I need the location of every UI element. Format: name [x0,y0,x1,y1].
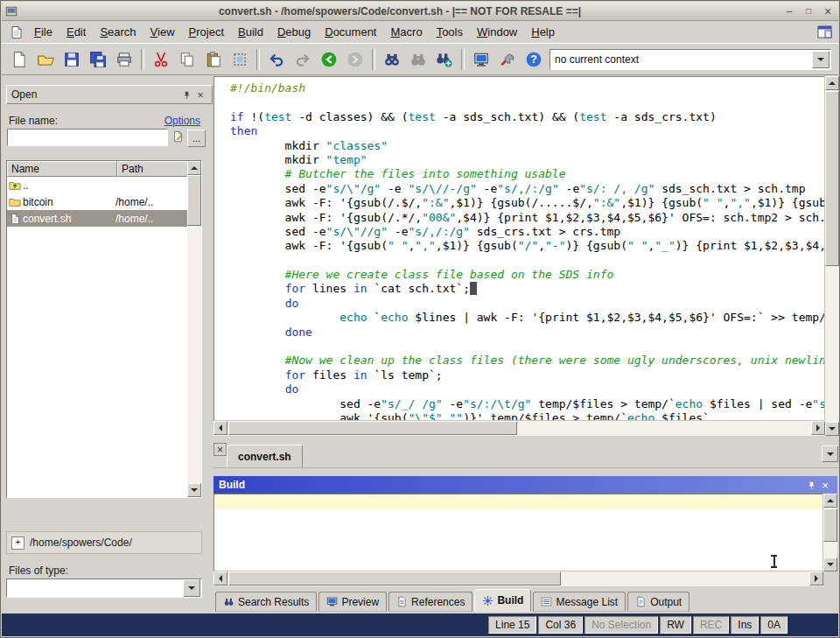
menu-macro[interactable]: Macro [384,24,430,40]
find-next-button [405,46,431,72]
file-row-..[interactable]: .. [7,177,187,193]
configuration-button[interactable] [494,46,521,72]
menu-view[interactable]: View [144,24,182,40]
scroll-down-icon[interactable] [187,483,201,497]
file-name-input[interactable] [7,129,168,146]
undo-button[interactable] [263,46,290,72]
files-of-type-dropdown-icon[interactable] [183,579,200,597]
editor-vertical-scrollbar[interactable] [825,76,839,436]
tab-preview[interactable]: Preview [318,592,387,612]
remote-tools-button[interactable] [468,46,494,72]
column-header-path[interactable]: Path [117,161,188,177]
maximize-icon[interactable] [802,4,816,18]
copy-icon [178,51,196,68]
document-tab-row: convert.sh [214,438,839,470]
new-file-button[interactable] [6,46,32,72]
toolbar-separator [461,49,465,70]
scroll-left-icon[interactable] [214,571,228,585]
scroll-up-icon[interactable] [825,76,839,90]
scroll-left-icon[interactable] [214,421,228,435]
menu-build[interactable]: Build [231,24,270,40]
open-tool-window: Open File name: Options ... Name Path ..… [3,78,211,615]
file-row-convert.sh[interactable]: convert.sh/home/.. [7,210,187,227]
build-panel-header[interactable]: Build [214,476,837,494]
find-references-button[interactable] [431,46,458,72]
scroll-up-icon[interactable] [823,494,837,508]
window-title: convert.sh - /home/spowers/Code/convert.… [18,5,782,18]
column-header-name[interactable]: Name [7,161,117,177]
scrollbar-thumb[interactable] [825,91,839,266]
menu-project[interactable]: Project [182,24,231,40]
help-icon: ? [525,51,542,68]
files-of-type-combobox[interactable] [6,578,202,598]
scroll-right-icon[interactable] [809,571,823,585]
build-vertical-scrollbar[interactable] [823,494,837,571]
panel-close-icon[interactable] [193,88,207,102]
help-button[interactable]: ? [521,46,547,72]
tab-list-dropdown-icon[interactable] [822,445,838,462]
file-list-scrollbar[interactable] [187,161,201,497]
pin-icon[interactable] [179,88,193,102]
close-icon[interactable] [821,4,835,18]
scrollbar-thumb[interactable] [187,175,201,226]
menu-document[interactable]: Document [318,24,383,40]
combo-dropdown-icon[interactable] [812,51,830,68]
menu-window[interactable]: Window [470,24,524,40]
file-path: /home/.. [116,213,187,225]
save-all-button[interactable] [85,46,111,72]
menu-tools[interactable]: Tools [430,24,470,40]
expand-icon[interactable] [11,536,24,550]
remote-tools-icon [472,51,490,68]
build-panel: Build [214,476,837,586]
cut-icon [152,51,170,68]
back-button[interactable] [316,46,342,72]
menu-edit[interactable]: Edit [60,24,93,40]
minimize-icon[interactable] [782,4,796,18]
build-horizontal-scrollbar[interactable] [214,571,823,586]
options-link[interactable]: Options [164,115,200,127]
scroll-up-icon[interactable] [187,161,201,175]
menu-help[interactable]: Help [524,24,562,40]
save-button[interactable] [59,46,85,72]
browse-button[interactable]: ... [187,130,206,147]
tab-build[interactable]: Build [474,589,531,612]
titlebar[interactable]: convert.sh - /home/spowers/Code/convert.… [2,2,838,21]
code-line: echo `echo $lines | awk -F: '{print $1,$… [230,311,824,325]
scroll-down-icon[interactable] [825,422,839,436]
context-combobox[interactable]: no current context [550,49,831,70]
menu-debug[interactable]: Debug [270,24,318,40]
scrollbar-thumb[interactable] [228,421,517,435]
copy-button[interactable] [174,46,200,72]
code-content[interactable]: #!/bin/bash if !(test -d classes) && (te… [214,76,825,421]
pin-icon[interactable] [804,479,818,492]
tab-convert.sh[interactable]: convert.sh [227,445,303,469]
window-layout-icon[interactable] [817,25,832,39]
find-button[interactable] [379,46,405,72]
references-icon [396,596,408,607]
select-block-button[interactable] [227,46,253,72]
file-edit-icon[interactable] [172,130,185,143]
open-panel-header[interactable]: Open [6,85,213,104]
scrollbar-thumb[interactable] [228,571,561,585]
tab-message-list[interactable]: Message List [533,592,626,612]
tab-output[interactable]: Output [627,592,690,612]
menu-search[interactable]: Search [93,24,143,40]
print-button[interactable] [111,46,137,72]
scroll-right-icon[interactable] [811,421,825,435]
file-list-header: Name Path [7,161,201,177]
panel-close-icon[interactable] [818,479,832,492]
toolbar-separator [256,49,260,70]
file-row-bitcoin[interactable]: bitcoin/home/.. [7,193,187,210]
cut-button[interactable] [148,46,174,72]
new-file-icon [10,51,28,68]
menu-file[interactable]: File [27,24,60,40]
paste-button[interactable] [200,46,227,72]
editor-horizontal-scrollbar[interactable] [214,421,825,436]
scrollbar-thumb[interactable] [823,508,837,542]
tab-search-results[interactable]: Search Results [215,592,317,612]
tab-references[interactable]: References [388,592,472,612]
scroll-down-icon[interactable] [823,557,837,571]
open-folder-button[interactable] [32,46,59,72]
tab-close-icon[interactable] [214,443,227,456]
build-output-area[interactable] [214,494,823,571]
